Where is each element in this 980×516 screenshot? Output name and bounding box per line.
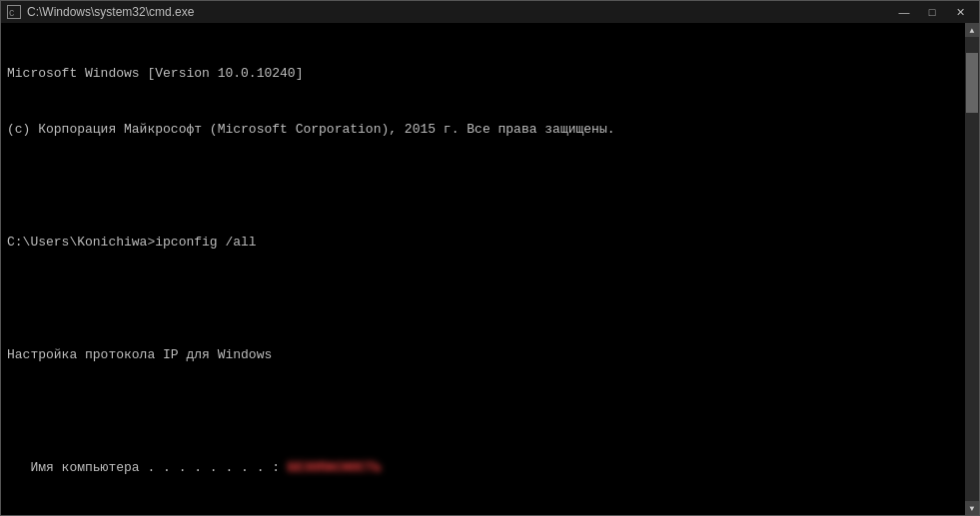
- scrollbar[interactable]: ▲ ▼: [965, 23, 979, 515]
- output-line-6: Настройка протокола IP для Windows: [7, 346, 959, 365]
- window-title: C:\Windows\system32\cmd.exe: [27, 5, 194, 19]
- svg-text:C: C: [9, 9, 15, 18]
- output-line-3: [7, 178, 959, 197]
- computer-name-blurred: БЕЗОПАСНОСТЬ: [288, 460, 382, 475]
- cmd-window: C C:\Windows\system32\cmd.exe — □ ✕ Micr…: [0, 0, 980, 516]
- cmd-body: Microsoft Windows [Version 10.0.10240] (…: [1, 23, 979, 515]
- cmd-icon: C: [7, 5, 21, 19]
- output-line-4: C:\Users\Konichiwa>ipconfig /all: [7, 234, 959, 253]
- window-controls: — □ ✕: [891, 4, 973, 20]
- output-line-7: [7, 403, 959, 422]
- scrollbar-thumb[interactable]: [966, 53, 978, 113]
- output-line-1: Microsoft Windows [Version 10.0.10240]: [7, 65, 959, 84]
- scroll-down-arrow[interactable]: ▼: [965, 501, 979, 515]
- output-line-2: (с) Корпорация Майкрософт (Microsoft Cor…: [7, 121, 959, 140]
- output-line-8: Имя компьютера . . . . . . . . : БЕЗОПАС…: [7, 459, 959, 478]
- title-bar: C C:\Windows\system32\cmd.exe — □ ✕: [1, 1, 979, 23]
- close-button[interactable]: ✕: [947, 4, 973, 20]
- cmd-output: Microsoft Windows [Version 10.0.10240] (…: [1, 23, 965, 515]
- minimize-button[interactable]: —: [891, 4, 917, 20]
- title-bar-left: C C:\Windows\system32\cmd.exe: [7, 5, 194, 19]
- scroll-up-arrow[interactable]: ▲: [965, 23, 979, 37]
- maximize-button[interactable]: □: [919, 4, 945, 20]
- output-line-5: [7, 290, 959, 309]
